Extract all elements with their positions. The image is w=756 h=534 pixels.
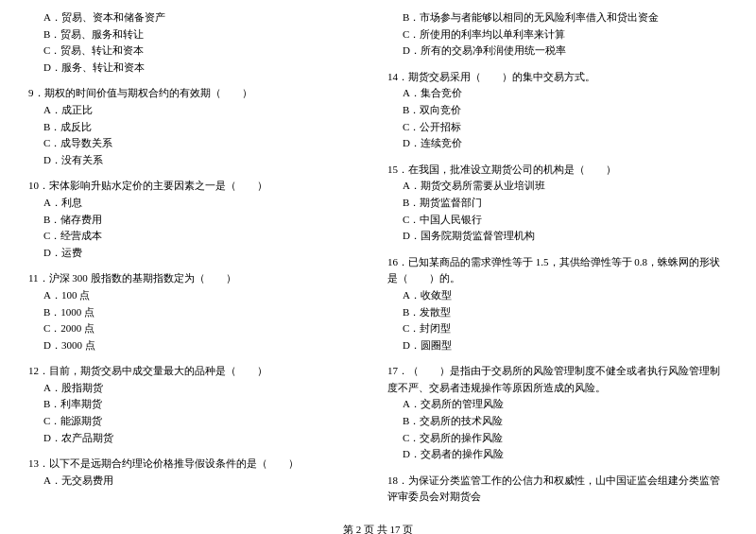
- question-block-q10: 10．宋体影响升贴水定价的主要因素之一是（ ） A．利息 B．储存费用 C．经营…: [28, 178, 369, 261]
- question-block-q16: 16．已知某商品的需求弹性等于 1.5，其供给弹性等于 0.8，蛛蛛网的形状是（…: [387, 254, 728, 354]
- option-d: D．服务、转让和资本: [28, 60, 369, 77]
- q15-option-b: B．期货监督部门: [387, 195, 728, 212]
- question-block-q9: 9．期权的时间价值与期权合约的有效期（ ） A．成正比 B．成反比 C．成导数关…: [28, 85, 369, 168]
- q10-option-b: B．储存费用: [28, 212, 369, 229]
- q11-option-c: C．2000 点: [28, 320, 369, 337]
- question-title-q11: 11．沪深 300 股指数的基期指数定为（ ）: [28, 270, 369, 287]
- two-column-layout: A．贸易、资本和储备资产 B．贸易、服务和转让 C．贸易、转让和资本 D．服务、…: [28, 9, 728, 511]
- q10-option-d: D．运费: [28, 245, 369, 262]
- right-option-d: D．所有的交易净利润使用统一税率: [387, 43, 728, 60]
- q9-option-c: C．成导数关系: [28, 135, 369, 152]
- q12-option-c: C．能源期货: [28, 413, 369, 430]
- q11-option-d: D．3000 点: [28, 337, 369, 354]
- question-block-q18: 18．为保证分类监管工作的公信力和权威性，山中国证监会组建分类监管评审委员会对期…: [387, 473, 728, 506]
- q16-option-c: C．封闭型: [387, 320, 728, 337]
- q16-option-b: B．发散型: [387, 304, 728, 321]
- option-b: B．贸易、服务和转让: [28, 26, 369, 43]
- q11-option-b: B．1000 点: [28, 304, 369, 321]
- option-a: A．贸易、资本和储备资产: [28, 9, 369, 26]
- q14-option-c: C．公开招标: [387, 119, 728, 136]
- q15-option-c: C．中国人民银行: [387, 212, 728, 229]
- q14-option-a: A．集合竞价: [387, 85, 728, 102]
- q13-option-a: A．无交易费用: [28, 473, 369, 490]
- question-block-q12: 12．目前，期货交易中成交量最大的品种是（ ） A．股指期货 B．利率期货 C．…: [28, 363, 369, 446]
- q10-option-a: A．利息: [28, 195, 369, 212]
- page-content: A．贸易、资本和储备资产 B．贸易、服务和转让 C．贸易、转让和资本 D．服务、…: [28, 9, 728, 534]
- q17-option-a: A．交易所的管理风险: [387, 396, 728, 413]
- question-block-q13: 13．以下不是远期合约理论价格推导假设条件的是（ ） A．无交易费用: [28, 456, 369, 489]
- q12-option-a: A．股指期货: [28, 380, 369, 397]
- right-column: B．市场参与者能够以相同的无风险利率借入和贷出资金 C．所使用的利率均以单利率来…: [387, 9, 728, 511]
- q9-option-a: A．成正比: [28, 102, 369, 119]
- question-block-q14: 14．期货交易采用（ ）的集中交易方式。 A．集合竞价 B．双向竞价 C．公开招…: [387, 69, 728, 152]
- right-option-c: C．所使用的利率均以单利率来计算: [387, 26, 728, 43]
- question-block-prev-options-right: B．市场参与者能够以相同的无风险利率借入和贷出资金 C．所使用的利率均以单利率来…: [387, 9, 728, 60]
- question-block-q11: 11．沪深 300 股指数的基期指数定为（ ） A．100 点 B．1000 点…: [28, 270, 369, 353]
- question-title-q15: 15．在我国，批准设立期货公司的机构是（ ）: [387, 162, 728, 179]
- page-footer: 第 2 页 共 17 页: [28, 523, 728, 534]
- left-column: A．贸易、资本和储备资产 B．贸易、服务和转让 C．贸易、转让和资本 D．服务、…: [28, 9, 369, 511]
- q9-option-b: B．成反比: [28, 119, 369, 136]
- q12-option-b: B．利率期货: [28, 396, 369, 413]
- option-c: C．贸易、转让和资本: [28, 43, 369, 60]
- q17-option-c: C．交易所的操作风险: [387, 430, 728, 447]
- question-title-q9: 9．期权的时间价值与期权合约的有效期（ ）: [28, 85, 369, 102]
- question-title-q18: 18．为保证分类监管工作的公信力和权威性，山中国证监会组建分类监管评审委员会对期…: [387, 473, 728, 506]
- q14-option-b: B．双向竞价: [387, 102, 728, 119]
- question-block-q15: 15．在我国，批准设立期货公司的机构是（ ） A．期货交易所需要从业培训班 B．…: [387, 162, 728, 245]
- question-block-prev-options: A．贸易、资本和储备资产 B．贸易、服务和转让 C．贸易、转让和资本 D．服务、…: [28, 9, 369, 76]
- q17-option-b: B．交易所的技术风险: [387, 413, 728, 430]
- right-option-b: B．市场参与者能够以相同的无风险利率借入和贷出资金: [387, 9, 728, 26]
- question-title-q16: 16．已知某商品的需求弹性等于 1.5，其供给弹性等于 0.8，蛛蛛网的形状是（…: [387, 254, 728, 287]
- question-title-q14: 14．期货交易采用（ ）的集中交易方式。: [387, 69, 728, 86]
- q10-option-c: C．经营成本: [28, 228, 369, 245]
- question-title-q10: 10．宋体影响升贴水定价的主要因素之一是（ ）: [28, 178, 369, 195]
- q15-option-d: D．国务院期货监督管理机构: [387, 228, 728, 245]
- q17-option-d: D．交易者的操作风险: [387, 446, 728, 463]
- q9-option-d: D．没有关系: [28, 152, 369, 169]
- q14-option-d: D．连续竞价: [387, 135, 728, 152]
- q16-option-d: D．圆圈型: [387, 337, 728, 354]
- q11-option-a: A．100 点: [28, 287, 369, 304]
- q16-option-a: A．收敛型: [387, 287, 728, 304]
- question-title-q17: 17．（ ）是指由于交易所的风险管理制度不健全或者执行风险管理制度不严、交易者违…: [387, 363, 728, 396]
- question-block-q17: 17．（ ）是指由于交易所的风险管理制度不健全或者执行风险管理制度不严、交易者违…: [387, 363, 728, 463]
- q12-option-d: D．农产品期货: [28, 430, 369, 447]
- question-title-q13: 13．以下不是远期合约理论价格推导假设条件的是（ ）: [28, 456, 369, 473]
- question-title-q12: 12．目前，期货交易中成交量最大的品种是（ ）: [28, 363, 369, 380]
- q15-option-a: A．期货交易所需要从业培训班: [387, 178, 728, 195]
